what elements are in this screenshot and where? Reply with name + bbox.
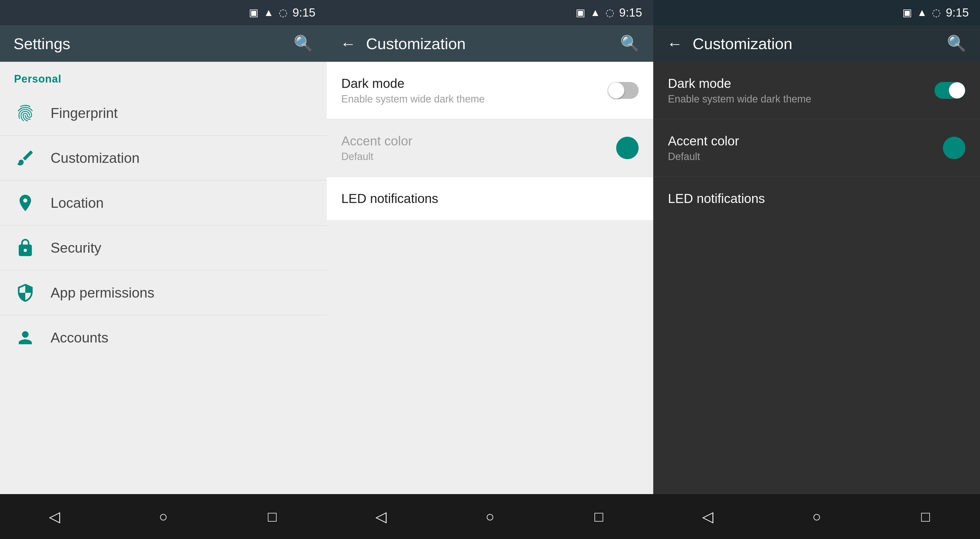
recent-nav-button-3[interactable]: □ — [912, 508, 940, 525]
status-time-2: 9:15 — [619, 6, 642, 19]
app-permissions-label: App permissions — [51, 285, 154, 301]
dark-mode-subtitle-dark: Enable system wide dark theme — [668, 93, 811, 105]
led-notifications-text-dark: LED notifications — [668, 191, 765, 206]
battery-icon-2: ◌ — [606, 7, 614, 19]
fingerprint-label: Fingerprint — [51, 105, 118, 121]
led-notifications-title-light: LED notifications — [341, 191, 438, 206]
settings-item-security[interactable]: Security — [0, 225, 327, 270]
bottom-nav-3: ◁ ○ □ — [653, 494, 980, 539]
led-notifications-text-light: LED notifications — [341, 191, 438, 206]
settings-item-location[interactable]: Location — [0, 181, 327, 225]
location-label: Location — [51, 195, 104, 211]
customization-label: Customization — [51, 150, 140, 166]
led-notifications-row-dark[interactable]: LED notifications — [653, 177, 980, 220]
security-icon — [14, 237, 37, 259]
customization-light-panel: ▣ ▲ ◌ 9:15 ← Customization 🔍 Dark mode E… — [327, 0, 654, 539]
status-icons-2: ▣ ▲ ◌ — [576, 7, 614, 19]
accent-color-text-dark: Accent color Default — [668, 133, 739, 163]
led-notifications-row-light[interactable]: LED notifications — [327, 177, 654, 220]
accent-color-title-light: Accent color — [341, 133, 412, 149]
recent-nav-button-1[interactable]: □ — [258, 508, 286, 525]
dark-mode-text-dark: Dark mode Enable system wide dark theme — [668, 76, 811, 105]
app-permissions-icon — [14, 282, 37, 304]
status-icons-3: ▣ ▲ ◌ — [902, 7, 941, 19]
accent-color-subtitle-dark: Default — [668, 151, 739, 163]
personal-section-header: Personal — [0, 62, 327, 91]
status-bar-2: ▣ ▲ ◌ 9:15 — [327, 0, 654, 25]
dark-mode-title-light: Dark mode — [341, 76, 485, 91]
settings-item-accounts[interactable]: Accounts — [0, 315, 327, 360]
dark-mode-toggle-dark[interactable] — [934, 82, 966, 99]
customization-icon — [14, 147, 37, 169]
signal-icon-3: ▲ — [917, 7, 927, 19]
customization-light-content: Dark mode Enable system wide dark theme … — [327, 62, 654, 494]
accent-color-dot-dark[interactable] — [943, 137, 966, 159]
status-bar-1: ▣ ▲ ◌ 9:15 — [0, 0, 327, 25]
bottom-nav-1: ◁ ○ □ — [0, 494, 327, 539]
back-nav-button-3[interactable]: ◁ — [694, 508, 722, 525]
accounts-icon — [14, 327, 37, 349]
home-nav-button-1[interactable]: ○ — [149, 508, 177, 525]
search-button-3[interactable]: 🔍 — [947, 34, 967, 53]
settings-top-bar: Settings 🔍 — [0, 25, 327, 62]
dark-mode-row-dark[interactable]: Dark mode Enable system wide dark theme — [653, 62, 980, 119]
back-button-3[interactable]: ← — [667, 35, 682, 53]
dark-mode-subtitle-light: Enable system wide dark theme — [341, 93, 485, 105]
customization-dark-top-bar: ← Customization 🔍 — [653, 25, 980, 62]
home-nav-button-2[interactable]: ○ — [476, 508, 504, 525]
battery-icon: ◌ — [279, 7, 288, 19]
settings-item-customization[interactable]: Customization — [0, 136, 327, 181]
battery-icon-3: ◌ — [932, 7, 941, 19]
settings-item-fingerprint[interactable]: Fingerprint — [0, 91, 327, 136]
customization-dark-title: Customization — [692, 35, 947, 53]
settings-item-app-permissions[interactable]: App permissions — [0, 270, 327, 315]
vibrate-icon-3: ▣ — [902, 7, 912, 19]
location-icon — [14, 192, 37, 214]
security-label: Security — [51, 240, 102, 256]
dark-mode-toggle-light[interactable] — [608, 82, 639, 99]
back-nav-button-2[interactable]: ◁ — [367, 508, 395, 525]
led-notifications-title-dark: LED notifications — [668, 191, 765, 206]
dark-mode-text-light: Dark mode Enable system wide dark theme — [341, 76, 485, 105]
settings-content: Personal Fingerprint Customization Locat… — [0, 62, 327, 494]
status-icons-1: ▣ ▲ ◌ — [249, 7, 288, 19]
recent-nav-button-2[interactable]: □ — [585, 508, 613, 525]
dark-mode-row-light[interactable]: Dark mode Enable system wide dark theme — [327, 62, 654, 119]
customization-dark-panel: ▣ ▲ ◌ 9:15 ← Customization 🔍 Dark mode E… — [653, 0, 980, 539]
settings-title: Settings — [13, 35, 294, 53]
fingerprint-icon — [14, 102, 37, 124]
toggle-knob-1 — [608, 82, 624, 98]
customization-dark-content: Dark mode Enable system wide dark theme … — [653, 62, 980, 494]
status-time-1: 9:15 — [293, 6, 315, 19]
bottom-nav-2: ◁ ○ □ — [327, 494, 654, 539]
customization-light-title: Customization — [366, 35, 620, 53]
vibrate-icon: ▣ — [249, 7, 258, 19]
home-nav-button-3[interactable]: ○ — [803, 508, 831, 525]
accent-color-row-dark[interactable]: Accent color Default — [653, 119, 980, 177]
accent-color-dot-light[interactable] — [616, 137, 639, 159]
accent-color-subtitle-light: Default — [341, 151, 412, 163]
accent-color-row-light[interactable]: Accent color Default — [327, 119, 654, 177]
toggle-knob-2 — [949, 82, 965, 98]
vibrate-icon-2: ▣ — [576, 7, 585, 19]
customization-light-top-bar: ← Customization 🔍 — [327, 25, 654, 62]
settings-search-button[interactable]: 🔍 — [294, 34, 313, 53]
signal-icon: ▲ — [264, 7, 274, 19]
accent-color-text-light: Accent color Default — [341, 133, 412, 163]
signal-icon-2: ▲ — [590, 7, 600, 19]
back-button-2[interactable]: ← — [340, 35, 356, 53]
search-button-2[interactable]: 🔍 — [620, 34, 640, 53]
status-bar-3: ▣ ▲ ◌ 9:15 — [653, 0, 980, 25]
status-time-3: 9:15 — [946, 6, 969, 19]
settings-panel: ▣ ▲ ◌ 9:15 Settings 🔍 Personal Fingerpri… — [0, 0, 327, 539]
back-nav-button-1[interactable]: ◁ — [40, 508, 68, 525]
dark-mode-title-dark: Dark mode — [668, 76, 811, 91]
accounts-label: Accounts — [51, 330, 108, 346]
accent-color-title-dark: Accent color — [668, 133, 739, 149]
